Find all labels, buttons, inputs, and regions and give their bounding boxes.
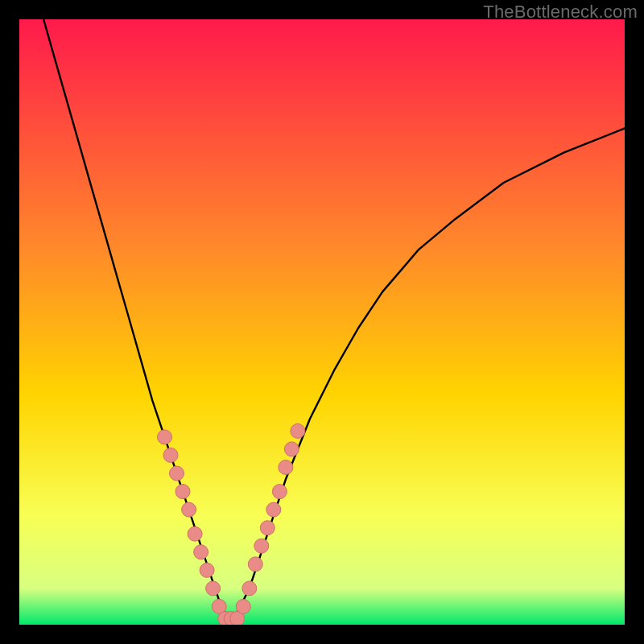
marker-point: [242, 581, 257, 596]
chart-frame: [19, 19, 625, 625]
marker-point: [236, 599, 250, 613]
marker-point: [206, 581, 221, 596]
bottleneck-plot: [19, 19, 625, 625]
marker-point: [284, 442, 299, 456]
marker-point: [194, 545, 208, 559]
marker-point: [175, 485, 190, 499]
marker-point: [279, 460, 293, 475]
marker-point: [254, 539, 269, 553]
watermark-text: TheBottleneck.com: [483, 2, 638, 23]
marker-point: [158, 430, 172, 444]
marker-point: [266, 502, 281, 517]
marker-point: [291, 423, 305, 438]
marker-point: [163, 448, 178, 462]
marker-point: [260, 521, 275, 535]
marker-point: [182, 502, 196, 517]
marker-point: [272, 485, 287, 499]
marker-point: [188, 526, 202, 541]
marker-point: [248, 557, 262, 572]
marker-point: [200, 563, 214, 577]
gradient-background: [19, 19, 625, 625]
marker-point: [170, 466, 184, 481]
